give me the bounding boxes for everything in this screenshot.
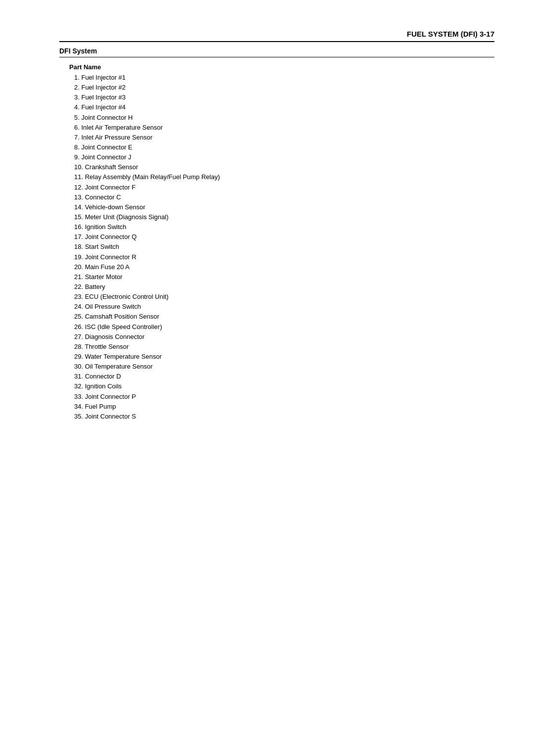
list-item: 7. Inlet Air Pressure Sensor (74, 133, 494, 142)
section-title: DFI System (59, 47, 494, 55)
list-item: 32. Ignition Coils (74, 381, 494, 391)
list-item: 15. Meter Unit (Diagnosis Signal) (74, 212, 494, 222)
page-header-title: FUEL SYSTEM (DFI) 3-17 (59, 30, 494, 42)
list-item: 16. Ignition Switch (74, 222, 494, 232)
list-item: 3. Fuel Injector #3 (74, 93, 494, 102)
list-item: 25. Camshaft Position Sensor (74, 312, 494, 322)
list-item: 10. Crankshaft Sensor (74, 162, 494, 172)
list-item: 31. Connector D (74, 372, 494, 381)
list-item: 33. Joint Connector P (74, 392, 494, 402)
list-item: 17. Joint Connector Q (74, 232, 494, 242)
list-item: 27. Diagnosis Connector (74, 332, 494, 342)
page: FUEL SYSTEM (DFI) 3-17 DFI System Part N… (0, 0, 534, 756)
list-item: 9. Joint Connector J (74, 152, 494, 162)
list-item: 20. Main Fuse 20 A (74, 262, 494, 272)
list-item: 34. Fuel Pump (74, 402, 494, 412)
parts-list: 1. Fuel Injector #12. Fuel Injector #23.… (59, 73, 494, 422)
list-item: 21. Starter Motor (74, 272, 494, 282)
list-item: 12. Joint Connector F (74, 183, 494, 192)
list-item: 28. Throttle Sensor (74, 342, 494, 352)
list-item: 30. Oil Temperature Sensor (74, 362, 494, 372)
section-divider (59, 57, 494, 57)
list-item: 1. Fuel Injector #1 (74, 73, 494, 83)
list-item: 4. Fuel Injector #4 (74, 102, 494, 112)
list-item: 18. Start Switch (74, 242, 494, 252)
list-item: 6. Inlet Air Temperature Sensor (74, 123, 494, 133)
list-item: 13. Connector C (74, 192, 494, 202)
list-item: 5. Joint Connector H (74, 113, 494, 123)
list-item: 22. Battery (74, 282, 494, 292)
parts-label: Part Name (59, 63, 494, 71)
list-item: 23. ECU (Electronic Control Unit) (74, 292, 494, 302)
list-item: 14. Vehicle-down Sensor (74, 202, 494, 212)
list-item: 24. Oil Pressure Switch (74, 302, 494, 312)
list-item: 11. Relay Assembly (Main Relay/Fuel Pump… (74, 172, 494, 182)
list-item: 29. Water Temperature Sensor (74, 352, 494, 362)
list-item: 35. Joint Connector S (74, 412, 494, 422)
list-item: 19. Joint Connector R (74, 252, 494, 262)
list-item: 2. Fuel Injector #2 (74, 83, 494, 93)
list-item: 26. ISC (Idle Speed Controller) (74, 322, 494, 332)
list-item: 8. Joint Connector E (74, 142, 494, 152)
